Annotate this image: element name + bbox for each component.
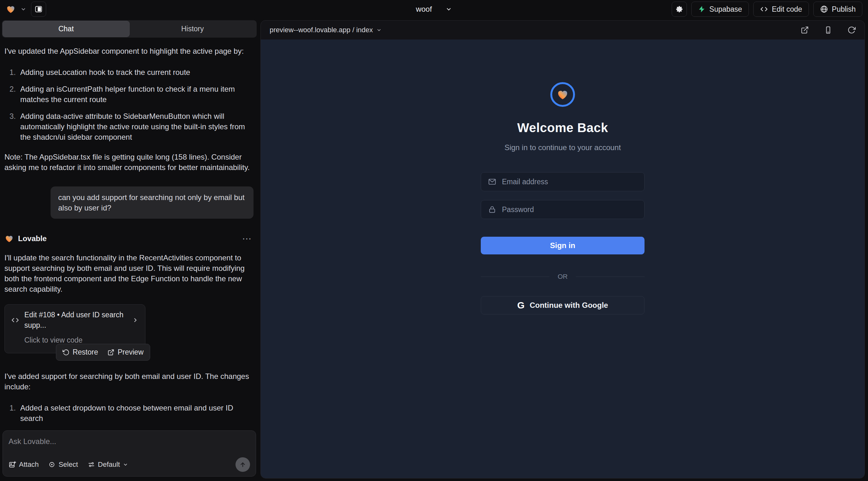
- edit-code-card[interactable]: Edit #108 • Add user ID search supp... C…: [4, 304, 146, 353]
- restore-label: Restore: [73, 347, 98, 357]
- topbar-left: [6, 2, 46, 17]
- chevron-down-icon: [123, 462, 128, 468]
- toggle-sidebar-button[interactable]: [31, 2, 46, 17]
- project-name: woof: [416, 5, 432, 13]
- chat-history-tabs: Chat History: [2, 20, 257, 38]
- sign-in-card: Welcome Back Sign in to continue to your…: [481, 82, 645, 478]
- chat-composer[interactable]: Ask Lovable... Attach Select: [3, 430, 256, 477]
- sign-in-button[interactable]: Sign in: [481, 237, 645, 254]
- app-logo-heart-icon: [556, 88, 569, 101]
- refresh-icon[interactable]: [847, 26, 856, 34]
- assistant-numbered-list: Adding useLocation hook to track the cur…: [4, 67, 253, 142]
- supabase-bolt-icon: [698, 5, 706, 13]
- panel-left-icon: [34, 5, 43, 13]
- preview-panel: preview--woof.lovable.app / index: [260, 20, 865, 478]
- open-in-new-tab-icon[interactable]: [801, 26, 809, 34]
- select-label: Select: [59, 460, 78, 469]
- edit-code-label: Edit code: [772, 5, 802, 13]
- attach-label: Attach: [19, 460, 38, 469]
- assistant-name: Lovable: [18, 233, 47, 244]
- edit-card-title-row: Edit #108 • Add user ID search supp...: [11, 310, 139, 330]
- preview-viewport: Welcome Back Sign in to continue to your…: [261, 39, 865, 478]
- supabase-label: Supabase: [709, 5, 742, 13]
- user-message-row: can you add support for searching not on…: [4, 187, 253, 219]
- send-button[interactable]: [236, 457, 250, 472]
- attach-button[interactable]: Attach: [8, 460, 38, 469]
- topbar: woof Supabase Edit code: [0, 0, 868, 18]
- assistant-numbered-list: Added a select dropdown to choose betwee…: [4, 403, 253, 427]
- tab-chat[interactable]: Chat: [3, 21, 129, 37]
- project-chevron-down-icon: [445, 6, 452, 13]
- edit-card-title: Edit #108 • Add user ID search supp...: [24, 310, 127, 330]
- list-item: Adding data-active attribute to SidebarM…: [4, 111, 253, 142]
- lovable-heart-icon: [4, 234, 14, 243]
- image-plus-icon: [8, 461, 16, 468]
- divider-line: [481, 277, 549, 277]
- or-divider: OR: [481, 273, 645, 280]
- welcome-heading: Welcome Back: [517, 121, 608, 135]
- sliders-icon: [88, 461, 95, 468]
- chat-mode-dropdown[interactable]: Default: [88, 460, 129, 469]
- mode-label: Default: [98, 460, 120, 469]
- assistant-paragraph: I've added support for searching by both…: [4, 371, 253, 392]
- preview-header: preview--woof.lovable.app / index: [261, 21, 865, 39]
- list-item: Added a select dropdown to choose betwee…: [4, 403, 253, 423]
- password-field[interactable]: Password: [481, 200, 645, 219]
- preview-url-label: preview--woof.lovable.app / index: [270, 26, 373, 34]
- assistant-paragraph: I'll update the search functionality in …: [4, 253, 253, 294]
- restore-button[interactable]: Restore: [63, 347, 98, 357]
- chat-messages: I've updated the AppSidebar component to…: [0, 38, 258, 427]
- or-label: OR: [558, 273, 568, 280]
- gear-icon: [675, 5, 683, 13]
- edit-card-actions: Restore Preview: [56, 344, 150, 361]
- chat-panel: Chat History I've updated the AppSidebar…: [0, 18, 258, 481]
- assistant-note: Note: The AppSidebar.tsx file is getting…: [4, 152, 253, 172]
- globe-icon: [820, 5, 828, 13]
- publish-label: Publish: [832, 5, 856, 13]
- user-message-bubble: can you add support for searching not on…: [51, 187, 253, 219]
- google-button-label: Continue with Google: [530, 301, 608, 310]
- restore-icon: [63, 349, 69, 356]
- continue-with-google-button[interactable]: G Continue with Google: [481, 296, 645, 315]
- main-area: Chat History I've updated the AppSidebar…: [0, 18, 868, 481]
- preview-button[interactable]: Preview: [107, 347, 144, 357]
- logo-chevron-down-icon[interactable]: [20, 6, 27, 12]
- preview-url-dropdown[interactable]: preview--woof.lovable.app / index: [270, 26, 382, 34]
- code-brackets-icon: [11, 316, 19, 324]
- chevron-down-icon: [376, 27, 382, 33]
- assistant-header: Lovable ⋯: [4, 233, 253, 244]
- lock-icon: [488, 205, 496, 214]
- preview-actions: [801, 26, 856, 34]
- chevron-right-icon: [132, 317, 139, 324]
- app-logo-ring: [550, 82, 575, 107]
- composer-toolbar: Attach Select Default: [8, 457, 250, 472]
- welcome-subtitle: Sign in to continue to your account: [504, 143, 621, 152]
- lovable-app-window: woof Supabase Edit code: [0, 0, 868, 481]
- topbar-right: Supabase Edit code Publish: [672, 2, 862, 17]
- arrow-up-icon: [239, 461, 246, 468]
- target-icon: [48, 461, 56, 468]
- chat-input[interactable]: Ask Lovable...: [8, 437, 250, 446]
- email-field[interactable]: Email address: [481, 172, 645, 191]
- supabase-button[interactable]: Supabase: [691, 2, 749, 17]
- settings-button[interactable]: [672, 2, 687, 17]
- google-g-icon: G: [517, 300, 524, 311]
- project-switcher[interactable]: woof: [416, 5, 452, 13]
- divider-line: [576, 277, 645, 277]
- external-link-icon: [107, 349, 115, 356]
- more-options-icon[interactable]: ⋯: [242, 235, 253, 242]
- code-brackets-icon: [760, 5, 768, 13]
- mail-icon: [488, 178, 496, 186]
- publish-button[interactable]: Publish: [813, 2, 862, 17]
- password-placeholder: Password: [502, 205, 534, 214]
- list-item: Adding useLocation hook to track the cur…: [4, 67, 253, 77]
- assistant-paragraph: I've updated the AppSidebar component to…: [4, 46, 253, 56]
- mobile-view-icon[interactable]: [824, 26, 832, 34]
- select-element-button[interactable]: Select: [48, 460, 78, 469]
- lovable-logo-heart-icon[interactable]: [6, 4, 16, 14]
- tab-history[interactable]: History: [129, 21, 256, 37]
- edit-code-button[interactable]: Edit code: [753, 2, 809, 17]
- email-placeholder: Email address: [502, 178, 548, 186]
- preview-label: Preview: [118, 347, 144, 357]
- list-item: Adding an isCurrentPath helper function …: [4, 84, 253, 105]
